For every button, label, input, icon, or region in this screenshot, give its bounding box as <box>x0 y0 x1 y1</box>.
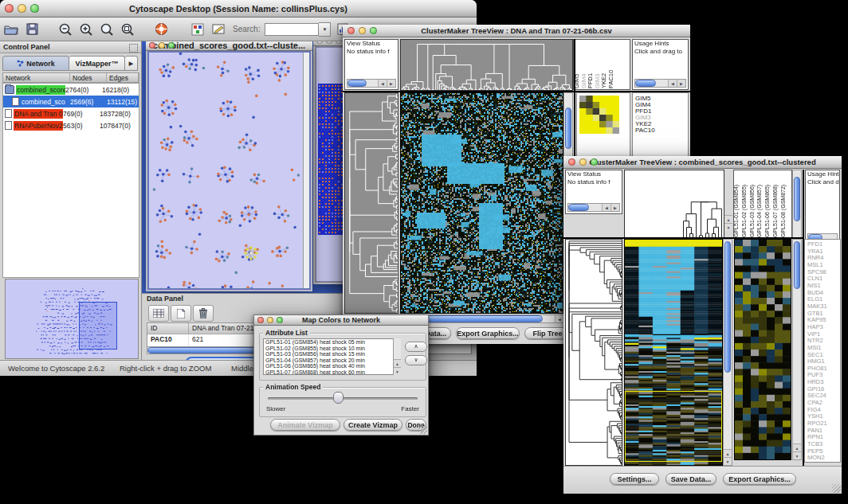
scroll-up-icon[interactable]: ▲ <box>793 443 801 451</box>
close-icon[interactable] <box>316 41 323 44</box>
scroll-left-icon[interactable]: ◀ <box>378 80 387 87</box>
gene-label[interactable]: PFD1 <box>635 108 688 115</box>
zoom-heatmap[interactable] <box>734 239 791 460</box>
treeview-button[interactable]: Export Graphics... <box>723 473 796 485</box>
zoom-heatmap-vscrollbar[interactable]: ▲▼ <box>792 239 802 460</box>
scroll-down-icon[interactable]: ▼ <box>793 451 801 459</box>
close-icon[interactable] <box>5 4 14 13</box>
network-canvas[interactable] <box>149 53 305 288</box>
scroll-right-icon[interactable]: ▶ <box>677 80 685 87</box>
attribute-item[interactable]: GPL51-07 (GSM868) heat shock 60 min <box>264 369 399 375</box>
minimize-icon[interactable] <box>18 4 26 13</box>
column-dendrogram[interactable] <box>400 39 573 91</box>
gene-label[interactable]: PEP5 <box>807 448 840 455</box>
gene-label[interactable]: RPN1 <box>807 434 840 441</box>
float-panel-icon[interactable] <box>129 44 138 53</box>
gene-label[interactable]: GIM3 <box>635 115 688 121</box>
scroll-up-icon[interactable]: ▲ <box>724 215 732 223</box>
save-icon[interactable] <box>24 21 40 37</box>
gene-label[interactable]: SEC1 <box>807 352 840 359</box>
scrollbar-thumb[interactable] <box>794 177 800 221</box>
gene-label[interactable]: YRA1 <box>807 248 840 256</box>
minimize-icon[interactable] <box>359 27 366 34</box>
treeview-button[interactable]: Save Data... <box>665 473 716 485</box>
network-list-row[interactable]: RNAPuberNov2+ 563(0) 107847(0) <box>3 119 139 131</box>
annotation-icon[interactable] <box>210 21 226 37</box>
zoom-heatmap[interactable] <box>579 96 619 134</box>
zoom-selected-icon[interactable] <box>120 21 135 37</box>
gene-label[interactable]: GTB1 <box>807 311 840 318</box>
zoom-window-icon[interactable] <box>591 158 598 166</box>
vizmapper-icon[interactable] <box>190 21 206 37</box>
scroll-left-icon[interactable]: ◀ <box>668 80 677 87</box>
tab-vizmapper[interactable]: VizMapper™ <box>69 56 125 71</box>
network-view-1[interactable] <box>147 51 311 290</box>
scrollbar-thumb[interactable] <box>395 339 400 354</box>
close-icon[interactable] <box>347 27 355 34</box>
open-folder-icon[interactable] <box>3 21 19 37</box>
row-dendrogram[interactable] <box>565 239 622 466</box>
attribute-item[interactable]: GPL51-02 (GSM855) heat shock 10 min <box>264 346 399 352</box>
gene-label[interactable]: GIM4 <box>635 102 688 108</box>
attribute-table-icon[interactable] <box>148 305 169 322</box>
gene-label[interactable]: YSH1 <box>807 413 840 420</box>
gene-label[interactable]: MSI1 <box>807 345 840 352</box>
close-icon[interactable] <box>149 42 155 49</box>
attribute-list-scrollbar[interactable]: ▲▼ <box>393 338 401 375</box>
attribute-item[interactable]: GPL51-03 (GSM856) heat shock 15 min <box>264 351 399 357</box>
close-icon[interactable] <box>257 317 264 323</box>
gene-label[interactable]: RPO21 <box>807 420 840 428</box>
gene-label[interactable]: PAN1 <box>807 428 840 435</box>
zoom-window-icon[interactable] <box>30 4 39 13</box>
scroll-down-icon[interactable]: ▼ <box>394 367 401 375</box>
network-list-row[interactable]: combined_sco 2569(6) 13112(15) <box>3 96 139 107</box>
gene-label[interactable]: FIG4 <box>807 407 840 414</box>
tab-network[interactable]: Network <box>2 56 69 71</box>
gene-label[interactable]: NTR2 <box>807 338 840 345</box>
search-input[interactable] <box>265 23 319 36</box>
scroll-left-icon[interactable]: ◀ <box>555 315 563 322</box>
global-heatmap[interactable] <box>400 92 563 314</box>
speed-slider-thumb[interactable] <box>333 392 344 404</box>
scrollbar-thumb[interactable] <box>423 315 543 322</box>
column-dendrogram-panel[interactable] <box>624 170 724 239</box>
network-vertical-scrollbar[interactable] <box>303 53 309 288</box>
view-status-scrollbar[interactable]: ◀▶ <box>347 79 396 88</box>
gene-label[interactable]: ELG1 <box>807 296 840 303</box>
treeview-button[interactable]: Settings... <box>610 473 659 485</box>
gene-label[interactable]: TCB3 <box>807 441 840 448</box>
scroll-right-icon[interactable]: ▶ <box>610 204 619 211</box>
resize-grip[interactable] <box>832 484 841 493</box>
zoom-window-icon[interactable] <box>168 42 175 49</box>
scroll-down-icon[interactable]: ▼ <box>724 457 732 465</box>
scrollbar-thumb[interactable] <box>568 204 589 211</box>
gene-label[interactable]: HMG1 <box>807 358 840 365</box>
attribute-item[interactable]: GPL51-04 (GSM857) heat shock 20 min <box>264 357 399 364</box>
more-tabs-button[interactable]: ▶ <box>125 56 138 71</box>
gene-label[interactable]: HRD3 <box>807 379 840 386</box>
zoom-window-icon[interactable] <box>370 27 377 34</box>
network-overview-thumbnail[interactable] <box>5 279 139 359</box>
column-labels-vscrollbar[interactable] <box>792 170 802 239</box>
gene-label[interactable]: PHO81 <box>807 365 840 373</box>
dialog-button[interactable]: Animate Vizmap <box>270 419 340 431</box>
column-labels[interactable]: GPL51-01 (GSM854)GPL51-02 (GSM855)GPL51-… <box>733 170 792 239</box>
minimize-icon[interactable] <box>326 41 332 44</box>
network-list-row[interactable]: combined_scores 2764(0) 16218(0) <box>3 84 139 96</box>
scrollbar-thumb[interactable] <box>635 80 656 87</box>
gene-label[interactable]: MAK31 <box>807 303 840 311</box>
heatmap-vscrollbar[interactable]: ▲▼ <box>723 239 732 466</box>
gene-label[interactable]: VIP1 <box>807 331 840 338</box>
minimize-icon[interactable] <box>267 317 273 323</box>
gene-label[interactable]: SPC98 <box>807 269 840 276</box>
move-up-button[interactable]: ∧ <box>405 342 427 352</box>
gene-label[interactable]: HAP3 <box>807 324 840 331</box>
scrollbar-thumb[interactable] <box>565 107 571 149</box>
gene-label[interactable]: MSL1 <box>807 262 840 269</box>
gene-label[interactable]: BUD4 <box>807 290 840 297</box>
treeview1-titlebar[interactable]: ClusterMaker TreeView : DNA and Tran 07-… <box>343 25 690 37</box>
new-attribute-icon[interactable] <box>171 305 191 322</box>
view-status-scrollbar[interactable]: ◀▶ <box>567 203 620 212</box>
main-title-bar[interactable]: Cytoscape Desktop (Session Name: collins… <box>0 0 477 18</box>
minimize-icon[interactable] <box>159 42 165 49</box>
